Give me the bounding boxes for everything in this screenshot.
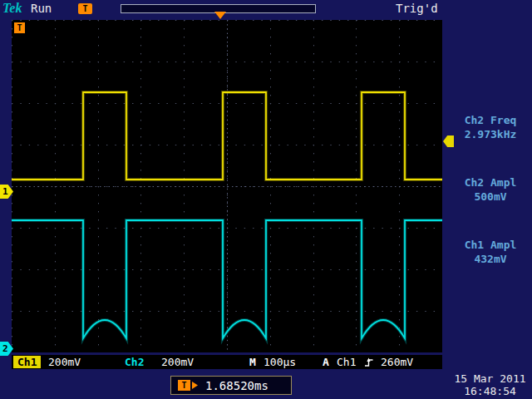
datetime-display: 15 Mar 2011 16:48:54 [451, 372, 530, 397]
trigger-level-value: 260mV [381, 356, 413, 368]
date-text: 15 Mar 2011 [451, 372, 530, 385]
measurement-ch1-ampl: Ch1 Ampl 432mV [449, 238, 532, 266]
trigger-arrow-icon [192, 382, 198, 389]
status-bar: Ch1 200mV Ch2 200mV M 100µs A Ch1 260mV [12, 355, 442, 369]
trigger-position-icon: T [78, 3, 92, 14]
ch1-scale-badge: Ch1 [13, 356, 41, 368]
measurement-label: Ch2 Ampl [449, 175, 532, 190]
waveform-plot [12, 20, 442, 352]
ch2-scale-value: 200mV [161, 356, 194, 368]
graticule-display [12, 20, 442, 352]
trigger-status: Trig'd [396, 2, 438, 15]
ch1-scale-value: 200mV [48, 356, 81, 368]
trigger-position-arrow-icon [214, 12, 226, 19]
oscilloscope-display: Tek Run T Trig'd T 1 2 Ch2 Freq 2.973kHz… [0, 0, 532, 399]
timebase-label: M [249, 356, 256, 368]
trigger-mode-label: A [323, 356, 329, 368]
time-text: 16:48:54 [451, 385, 530, 397]
acquisition-status: Run [31, 2, 52, 15]
tek-logo: Tek [2, 1, 22, 16]
trigger-source: Ch1 [337, 356, 356, 368]
measurement-value: 432mV [449, 252, 532, 266]
rising-edge-icon [364, 357, 374, 367]
measurement-label: Ch2 Freq [449, 113, 532, 127]
trigger-time-value: 1.68520ms [205, 379, 268, 392]
ch1-trace [12, 92, 442, 180]
measurement-value: 500mV [449, 190, 532, 204]
measurement-value: 2.973kHz [449, 127, 532, 141]
trigger-t-badge: T [178, 380, 190, 391]
trigger-indicator-badge: T [14, 22, 25, 33]
ch2-scale-label: Ch2 [125, 356, 144, 368]
measurement-ch2-ampl: Ch2 Ampl 500mV [449, 175, 532, 204]
graticule-grid [12, 20, 442, 352]
ch1-trace [12, 92, 442, 180]
trigger-time-readout: T 1.68520ms [170, 376, 292, 395]
timebase-value: 100µs [264, 356, 296, 368]
measurement-ch2-freq: Ch2 Freq 2.973kHz [449, 113, 532, 141]
measurement-label: Ch1 Ampl [449, 238, 532, 252]
